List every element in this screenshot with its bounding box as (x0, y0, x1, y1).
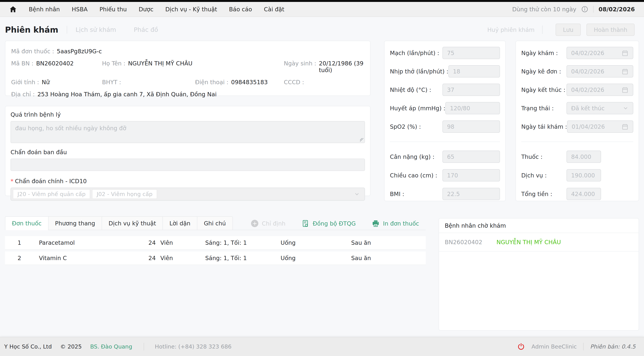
vital-label: BMI : (390, 191, 404, 197)
table-row[interactable]: 2 Vitamin C 24 Viên Sáng: 1, Tối: 1 Uống… (5, 252, 426, 265)
patient-cccd-field: CCCD : (284, 79, 364, 86)
vital-label: Nhiệt độ (°C) : (390, 86, 431, 93)
bmi-value: 22.5 (447, 191, 460, 197)
patient-address-value: 253 Hoàng Hoa Thám, ấp gia canh 7, Xã Đị… (38, 91, 216, 98)
status-select[interactable]: Đã kết thúc (566, 102, 633, 114)
tab-actions: + Chỉ định Đồng bộ ĐTQG In đơn thuốc (5, 217, 419, 230)
vital-row-nhip-tho: Nhịp thở (lần/phút) : 18 (390, 65, 500, 78)
table-row[interactable]: 1 Paracetamol 24 Viên Sáng: 1, Tối: 1 Uố… (5, 236, 426, 250)
current-date[interactable]: 08/02/2026 (598, 6, 635, 13)
patient-cccd-label: CCCD : (284, 79, 304, 86)
vitals-divider (390, 142, 500, 142)
patient-name-label: Họ Tên : (102, 60, 126, 67)
save-button[interactable]: Lưu (556, 24, 581, 36)
nav-item-phieu-thu[interactable]: Phiếu thu (100, 6, 127, 13)
nav-item-hsba[interactable]: HSBA (72, 6, 88, 13)
vital-label: Chiều cao (cm) : (390, 172, 437, 179)
bmi-input[interactable]: 22.5 (442, 188, 500, 200)
blood-pressure-value: 120/80 (450, 105, 470, 112)
footer-doctor-link[interactable]: BS. Đào Quang (90, 343, 132, 350)
sync-dtqg-button[interactable]: Đồng bộ ĐTQG (302, 220, 356, 227)
patient-gender-field: Giới tính : Nữ (11, 79, 102, 86)
exam-date-input[interactable]: 04/02/2026 (566, 47, 633, 59)
total-row-thuoc: Thuốc : 84.000 (521, 150, 633, 163)
patient-phone-value: 0984835183 (231, 79, 268, 86)
medicine-route: Uống (276, 255, 347, 262)
session-row-ngay-kham: Ngày khám : 04/02/2026 (521, 47, 633, 59)
plus-circle-icon: + (251, 220, 258, 227)
power-icon[interactable] (517, 343, 525, 350)
height-input[interactable]: 170 (442, 169, 500, 182)
assign-button[interactable]: + Chỉ định (251, 220, 285, 227)
footer-hotline: Hotline: (+84) 328 323 686 (155, 343, 232, 350)
chevron-down-icon (622, 105, 629, 111)
medicine-timing: Sau ăn (347, 255, 426, 262)
session-row-trang-thai: Trạng thái : Đã kết thúc (521, 102, 633, 114)
info-icon[interactable] (581, 6, 588, 13)
nav-item-dich-vu-ky-thuat[interactable]: Dịch vụ - Kỹ thuật (165, 6, 217, 13)
session-row-ngay-ke-don: Ngày kê đơn : 04/02/2026 (521, 65, 633, 78)
complete-button[interactable]: Hoàn thành (586, 24, 634, 36)
end-date-input[interactable]: 04/02/2026 (566, 84, 633, 96)
followup-date-input[interactable]: 01/04/2026 (567, 120, 633, 133)
calendar-icon (621, 86, 629, 94)
link-lich-su-kham[interactable]: Lịch sử khám (76, 26, 116, 34)
grand-total-value: 424.000 (571, 191, 595, 197)
cancel-session-link[interactable]: Huỷ phiên khám (487, 26, 534, 33)
print-prescription-button[interactable]: In đơn thuốc (372, 220, 419, 227)
icd10-tag: J02 - Viêm họng cấp (92, 189, 157, 199)
nav-item-benh-nhan[interactable]: Bệnh nhân (29, 6, 60, 13)
vital-row-chieu-cao: Chiều cao (cm) : 170 (390, 169, 500, 182)
footer-admin-user[interactable]: Admin BeeClinic (532, 343, 577, 350)
pulse-input[interactable]: 75 (442, 47, 500, 59)
assign-button-label: Chỉ định (262, 220, 285, 227)
header-divider (67, 26, 67, 34)
respiration-input[interactable]: 18 (448, 65, 500, 78)
session-label: Ngày khám : (521, 50, 558, 56)
textarea-resize-grip[interactable] (360, 138, 364, 142)
medicine-name: Vitamin C (34, 255, 143, 262)
footer-version: Phiên bản: 0.4.5 (590, 343, 636, 350)
total-row-tong-tien: Tổng tiền : 424.000 (521, 188, 633, 200)
vital-row-huyet-ap: Huyết áp (mmHg) : 120/80 (390, 102, 500, 114)
nav-item-cai-dat[interactable]: Cài đặt (264, 6, 284, 13)
service-total-input[interactable]: 190.000 (566, 169, 601, 182)
waiting-panel-title: Bệnh nhân chờ khám (439, 218, 639, 233)
session-label: Ngày kết thúc : (521, 86, 565, 93)
icd10-multiselect[interactable]: J20 - Viêm phế quản cấp J02 - Viêm họng … (10, 188, 365, 201)
calendar-icon (621, 123, 629, 130)
patient-address-label: Địa chỉ : (11, 91, 35, 98)
initial-diagnosis-label: Chẩn đoán ban đầu (10, 149, 365, 156)
nav-item-bao-cao[interactable]: Báo cáo (229, 6, 252, 13)
footer-company: Y Học Số Co., Ltd (4, 343, 52, 350)
waiting-patient-row[interactable]: BN26020402 NGUYỄN THỊ MỸ CHÂU (439, 233, 639, 252)
weight-input[interactable]: 65 (442, 150, 500, 163)
prescription-table: 1 Paracetamol 24 Viên Sáng: 1, Tối: 1 Uố… (5, 236, 426, 267)
spo2-input[interactable]: 98 (442, 120, 500, 133)
patient-id-label: Mã BN : (11, 60, 33, 67)
status-value: Đã kết thúc (571, 105, 605, 112)
initial-diagnosis-input[interactable] (10, 159, 365, 171)
prescribe-date-value: 04/02/2026 (571, 68, 604, 75)
total-label: Tổng tiền : (521, 191, 552, 197)
session-label: Ngày kê đơn : (521, 68, 561, 75)
waiting-patient-name[interactable]: NGUYỄN THỊ MỸ CHÂU (496, 239, 561, 246)
footer: Y Học Số Co., Ltd © 2025 BS. Đào Quang H… (0, 337, 644, 356)
link-phac-do[interactable]: Phác đồ (134, 26, 158, 34)
vital-row-bmi: BMI : 22.5 (390, 188, 500, 200)
temperature-input[interactable]: 37 (442, 84, 500, 96)
vital-row-spo2: SpO2 (%) : 98 (390, 120, 500, 133)
required-asterisk: * (10, 178, 14, 184)
prescribe-date-input[interactable]: 04/02/2026 (566, 65, 633, 78)
home-icon[interactable] (9, 5, 17, 13)
waiting-patient-code: BN26020402 (445, 239, 482, 246)
medicine-total-input[interactable]: 84.000 (566, 150, 601, 163)
grand-total-input[interactable]: 424.000 (566, 188, 601, 200)
total-label: Dịch vụ : (521, 172, 547, 179)
medicine-quantity: 24 (143, 255, 158, 262)
blood-pressure-input[interactable]: 120/80 (445, 102, 500, 114)
service-total-value: 190.000 (571, 172, 595, 179)
history-textarea[interactable]: đau họng, ho sốt nhiều ngày không đỡ (10, 121, 365, 143)
nav-item-duoc[interactable]: Dược (139, 6, 154, 13)
patient-phone-field: Điện thoại : 0984835183 (195, 79, 284, 86)
